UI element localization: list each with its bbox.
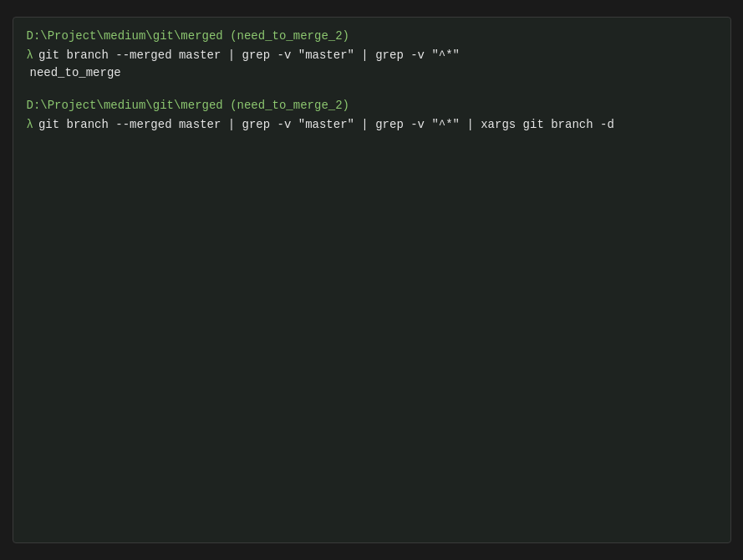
prompt-branch-1: (need_to_merge_2) <box>223 28 349 45</box>
command-line-1: λ git branch --merged master | grep -v "… <box>27 47 717 64</box>
prompt-line-1: D:\Project\medium\git\merged (need_to_me… <box>27 28 717 45</box>
lambda-symbol-1: λ <box>27 48 33 62</box>
terminal-block-1: D:\Project\medium\git\merged (need_to_me… <box>27 28 717 82</box>
command-text-1: git branch --merged master | grep -v "ma… <box>38 47 460 64</box>
prompt-line-2: D:\Project\medium\git\merged (need_to_me… <box>27 97 717 115</box>
output-line-1: need_to_merge <box>27 64 717 82</box>
lambda-symbol-2: λ <box>27 118 33 131</box>
terminal-block-2: D:\Project\medium\git\merged (need_to_me… <box>27 97 717 134</box>
command-line-2: λ git branch --merged master | grep -v "… <box>27 116 717 134</box>
prompt-path-2: D:\Project\medium\git\merged <box>27 97 223 115</box>
prompt-branch-2: (need_to_merge_2) <box>223 97 349 115</box>
command-text-2: git branch --merged master | grep -v "ma… <box>38 116 614 134</box>
terminal-window[interactable]: D:\Project\medium\git\merged (need_to_me… <box>13 17 731 543</box>
prompt-path-1: D:\Project\medium\git\merged <box>27 28 223 45</box>
